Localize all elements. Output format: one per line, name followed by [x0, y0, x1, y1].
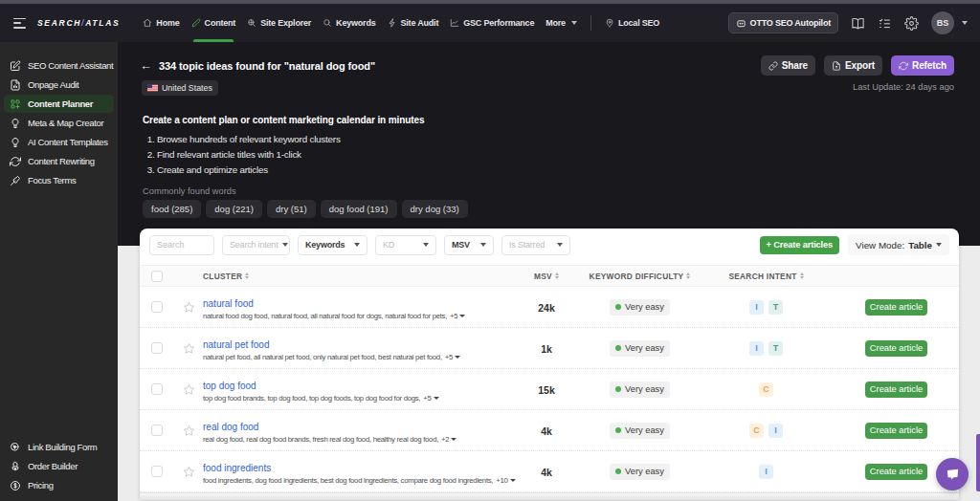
country-chip[interactable]: United States	[142, 80, 218, 96]
caret-down-icon	[455, 356, 460, 359]
hamburger-menu-icon[interactable]	[13, 18, 26, 29]
nav-item-label: Local SEO	[618, 18, 659, 28]
cluster-link[interactable]: real dog food	[203, 422, 258, 432]
word-chip[interactable]: dry dog (33)	[402, 200, 468, 218]
back-arrow[interactable]: ←	[140, 58, 152, 73]
nav-item-content[interactable]: Content	[186, 4, 242, 42]
difficulty-label: Very easy	[625, 302, 664, 312]
cluster-link[interactable]: natural pet food	[203, 339, 270, 350]
search-input[interactable]	[149, 235, 214, 255]
filter-dropdown-search-intent[interactable]: Search intent	[222, 235, 290, 255]
difficulty-badge: Very easy	[610, 299, 670, 316]
sidebar-item-seo-content-assistant[interactable]: SEO Content Assistant	[4, 56, 114, 75]
cluster-link[interactable]: food ingredients	[203, 463, 271, 473]
nav-item-keywords[interactable]: Keywords	[317, 4, 381, 42]
sidebar-item-label: SEO Content Assistant	[28, 60, 113, 71]
intro-heading: Create a content plan or content marketi…	[143, 115, 980, 125]
word-chip[interactable]: dry (51)	[267, 200, 316, 218]
sidebar-item-content-planner[interactable]: Content Planner	[4, 95, 114, 113]
cluster-keywords: natural food dog food, natural food, all…	[203, 312, 512, 320]
sidebar-item-meta-map-creator[interactable]: Meta & Map Creator	[4, 114, 114, 132]
row-checkbox[interactable]	[151, 425, 163, 436]
otto-seo-autopilot-button[interactable]: OTTO SEO Autopilot	[728, 12, 838, 33]
sidebar-item-order-builder[interactable]: Order Builder	[4, 457, 114, 475]
intent-badge-t: T	[768, 341, 783, 356]
column-msv[interactable]: MSV	[534, 272, 559, 281]
filter-dropdown-is-starred[interactable]: Is Starred	[501, 235, 570, 255]
sidebar-item-content-rewriting[interactable]: Content Rewriting	[4, 152, 114, 170]
nav-item-gsc-performance[interactable]: GSC Performance	[444, 4, 540, 42]
searchatlas-logo[interactable]: SEARCH/ATLAS	[37, 18, 120, 28]
cluster-keywords: natural pet food, all natural pet food, …	[203, 353, 512, 361]
word-chip[interactable]: dog (221)	[206, 200, 262, 218]
sidebar-item-pricing[interactable]: Pricing	[4, 476, 114, 494]
create-article-button[interactable]: Create article	[865, 299, 927, 316]
settings-gear-icon[interactable]	[904, 16, 919, 31]
share-button[interactable]: Share	[761, 55, 815, 76]
column-keyword-difficulty[interactable]: KEYWORD DIFFICULTY	[590, 272, 691, 281]
column-cluster[interactable]: CLUSTER	[203, 272, 249, 281]
side-tab-sliver[interactable]	[976, 434, 980, 491]
sidebar-item-ai-content-templates[interactable]: AI Content Templates	[4, 133, 114, 151]
row-checkbox[interactable]	[151, 383, 163, 395]
difficulty-dot-icon	[615, 427, 621, 433]
keywords-expand[interactable]: +5	[450, 312, 465, 320]
user-menu[interactable]: BS	[931, 11, 968, 34]
filter-dropdown-kd[interactable]: KD	[375, 235, 436, 255]
keywords-text: natural pet food, all natural pet food, …	[203, 353, 442, 361]
difficulty-dot-icon	[615, 468, 621, 474]
nav-item-site-explorer[interactable]: Site Explorer	[241, 4, 317, 42]
star-icon[interactable]	[183, 342, 195, 355]
create-articles-button[interactable]: + Create articles	[760, 236, 840, 254]
create-article-button[interactable]: Create article	[865, 464, 927, 480]
intro-step: Create and optimize articles	[157, 163, 980, 178]
table-row: real dog foodreal dog food, real dog foo…	[140, 410, 959, 451]
cluster-link[interactable]: top dog food	[203, 381, 256, 391]
filter-dropdown-msv[interactable]: MSV	[444, 235, 494, 255]
cluster-link[interactable]: natural food	[203, 298, 254, 309]
word-chip[interactable]: dog food (191)	[321, 200, 397, 218]
keywords-expand[interactable]: +2	[441, 435, 457, 444]
table-bottom-scrollbar[interactable]	[140, 492, 959, 500]
nav-item-home[interactable]: Home	[137, 4, 185, 42]
sidebar-item-focus-terms[interactable]: Focus Terms	[4, 171, 114, 189]
common-words-section: Commonly found words food (285)dog (221)…	[118, 178, 980, 218]
nav-item-local-seo[interactable]: Local SEO	[599, 4, 665, 42]
word-chip[interactable]: food (285)	[143, 200, 201, 218]
create-article-button[interactable]: Create article	[865, 340, 927, 357]
intro-step: Browse hundreds of relevant keyword clus…	[157, 132, 980, 147]
row-checkbox[interactable]	[151, 466, 163, 477]
chat-widget-button[interactable]	[936, 458, 969, 490]
star-icon[interactable]	[183, 301, 195, 314]
star-icon[interactable]	[183, 466, 195, 478]
filter-dropdown-keywords[interactable]: Keywords	[298, 235, 368, 255]
row-checkbox[interactable]	[151, 301, 163, 313]
keywords-expand[interactable]: +5	[423, 394, 438, 403]
view-mode-dropdown[interactable]: View Mode: Table	[848, 234, 949, 255]
nav-item-site-audit[interactable]: Site Audit	[382, 4, 445, 42]
create-article-button[interactable]: Create article	[865, 423, 927, 439]
nav-item-label: Home	[156, 18, 179, 28]
sidebar-item-label: Order Builder	[28, 461, 78, 471]
caret-down-icon	[282, 243, 288, 247]
word-chips-row: food (285)dog (221)dry (51)dog food (191…	[143, 200, 980, 218]
sidebar-item-onpage-audit[interactable]: Onpage Audit	[4, 76, 114, 94]
star-icon[interactable]	[183, 425, 195, 437]
nav-item-more[interactable]: More	[540, 4, 583, 42]
table-row: top dog foodtop dog food brands, top dog…	[140, 369, 959, 410]
nav-item-label: GSC Performance	[463, 18, 534, 28]
star-icon[interactable]	[183, 383, 195, 396]
refetch-button[interactable]: Refetch	[891, 55, 954, 76]
chart-icon	[450, 18, 459, 28]
create-article-button[interactable]: Create article	[865, 381, 927, 398]
column-search-intent[interactable]: SEARCH INTENT	[728, 272, 803, 281]
export-button[interactable]: Export	[824, 55, 882, 76]
row-checkbox[interactable]	[151, 342, 163, 354]
keywords-expand[interactable]: +5	[445, 353, 460, 361]
caret-down-icon	[354, 243, 360, 247]
task-list-icon[interactable]	[878, 16, 892, 31]
keywords-more-count: +5	[423, 394, 431, 403]
docs-book-icon[interactable]	[851, 16, 865, 31]
sidebar-item-link-building-form[interactable]: Link Building Form	[4, 438, 114, 456]
select-all-checkbox[interactable]	[151, 271, 163, 282]
